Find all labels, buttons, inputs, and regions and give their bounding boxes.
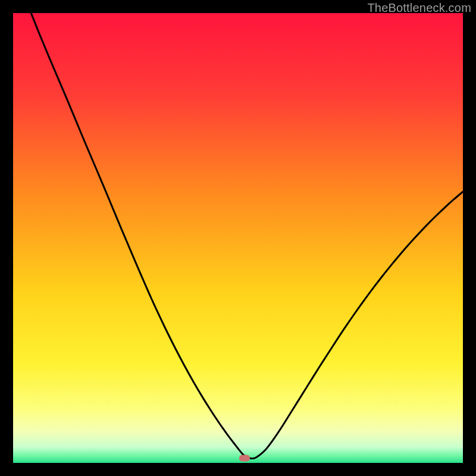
optimal-marker bbox=[239, 455, 250, 462]
chart-background bbox=[13, 13, 463, 463]
chart-svg bbox=[13, 13, 463, 463]
watermark-text: TheBottleneck.com bbox=[367, 1, 471, 15]
chart-frame bbox=[13, 13, 463, 463]
